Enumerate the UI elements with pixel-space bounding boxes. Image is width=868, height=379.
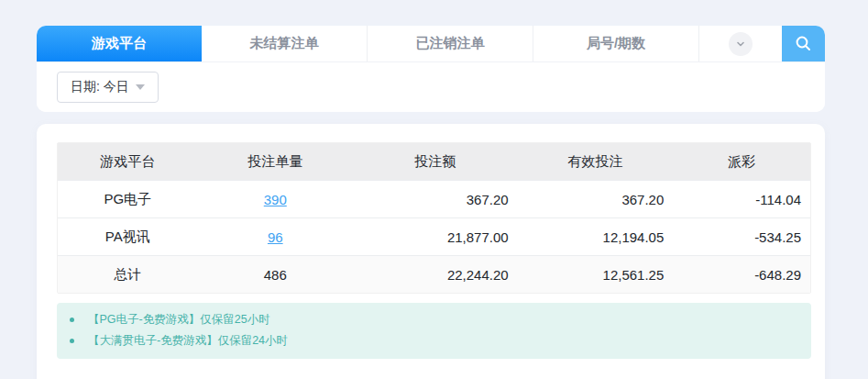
- valid-bet-cell: 367.20: [518, 180, 674, 217]
- bet-amount-cell: 21,877.00: [353, 217, 518, 255]
- date-filter-dropdown[interactable]: 日期: 今日: [57, 72, 159, 103]
- total-valid-bet: 12,561.25: [518, 255, 674, 293]
- tab-cancelled-bets[interactable]: 已注销注单: [367, 26, 533, 61]
- caret-down-icon: [136, 84, 145, 90]
- bet-count-link[interactable]: 96: [268, 229, 283, 245]
- payout-cell: -534.25: [673, 217, 810, 255]
- valid-bet-cell: 12,194.05: [518, 217, 674, 255]
- bet-count-cell: 390: [198, 180, 353, 217]
- header-valid-bet: 有效投注: [518, 143, 674, 180]
- tab-round-number[interactable]: 局号/期数: [533, 26, 698, 61]
- total-bet-amount: 22,244.20: [353, 255, 518, 293]
- filter-bar: 日期: 今日: [37, 62, 825, 112]
- bullet-icon: [70, 339, 74, 343]
- tab-game-platform[interactable]: 游戏平台: [37, 26, 202, 61]
- table-row: PA视讯 96 21,877.00 12,194.05 -534.25: [58, 217, 810, 255]
- total-payout: -648.29: [673, 255, 810, 293]
- header-payout: 派彩: [673, 143, 810, 180]
- content-area: 游戏平台 未结算注单 已注销注单 局号/期数 日期: 今日: [37, 26, 825, 379]
- tab-unsettled-bets[interactable]: 未结算注单: [202, 26, 367, 61]
- payout-cell: -114.04: [673, 180, 810, 217]
- bet-count-cell: 96: [198, 217, 353, 255]
- bullet-icon: [70, 318, 74, 322]
- table-row: PG电子 390 367.20 367.20 -114.04: [58, 180, 810, 217]
- note-item: 【大满贯电子-免费游戏】仅保留24小时: [57, 330, 811, 351]
- tab-bar: 游戏平台 未结算注单 已注销注单 局号/期数: [37, 26, 825, 62]
- collapse-tabs-button[interactable]: [698, 26, 782, 61]
- total-label: 总计: [58, 255, 198, 293]
- page: 游戏平台 未结算注单 已注销注单 局号/期数 日期: 今日: [0, 26, 868, 379]
- header-platform: 游戏平台: [58, 143, 198, 180]
- notes-box: 【PG电子-免费游戏】仅保留25小时 【大满贯电子-免费游戏】仅保留24小时: [57, 303, 811, 359]
- note-item: 【PG电子-免费游戏】仅保留25小时: [57, 309, 811, 330]
- table-header-row: 游戏平台 投注单量 投注额 有效投注 派彩: [58, 143, 810, 180]
- bet-count-link[interactable]: 390: [264, 192, 287, 207]
- search-button[interactable]: [782, 26, 825, 61]
- header-bet-count: 投注单量: [198, 143, 353, 180]
- note-text: 【PG电子-免费游戏】仅保留25小时: [88, 312, 270, 328]
- chevron-down-icon: [729, 32, 753, 56]
- table-total-row: 总计 486 22,244.20 12,561.25 -648.29: [58, 255, 810, 293]
- note-text: 【大满贯电子-免费游戏】仅保留24小时: [88, 333, 288, 349]
- total-bet-count: 486: [198, 255, 353, 293]
- summary-table: 游戏平台 投注单量 投注额 有效投注 派彩 PG电子 390 367.20 36…: [57, 142, 811, 294]
- bet-amount-cell: 367.20: [353, 180, 518, 217]
- platform-cell: PA视讯: [58, 217, 198, 255]
- report-card: 游戏平台 投注单量 投注额 有效投注 派彩 PG电子 390 367.20 36…: [37, 124, 825, 379]
- date-filter-label: 日期: 今日: [71, 79, 129, 95]
- header-bet-amount: 投注额: [353, 143, 518, 180]
- top-panel: 游戏平台 未结算注单 已注销注单 局号/期数 日期: 今日: [37, 26, 825, 112]
- platform-cell: PG电子: [58, 180, 198, 217]
- search-icon: [795, 35, 812, 52]
